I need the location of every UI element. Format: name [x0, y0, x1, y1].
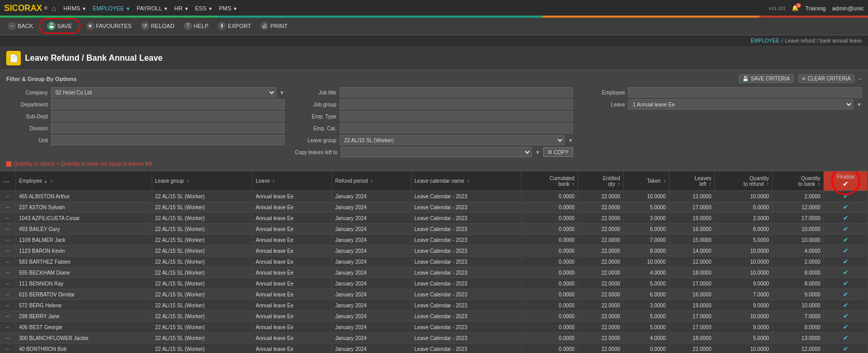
- table-row[interactable]: ··· 300 BLANCHFLOWER Jackie 22 AL/15 SL …: [0, 333, 868, 344]
- finalise-check-icon[interactable]: ✔: [843, 236, 848, 243]
- col-taken[interactable]: Taken T: [623, 171, 669, 191]
- row-dots[interactable]: ···: [0, 235, 16, 246]
- cell-finalise[interactable]: ✔: [824, 235, 868, 246]
- row-dots[interactable]: ···: [0, 311, 16, 322]
- table-row[interactable]: ··· 583 BARTHEZ Fabien 22 AL/15 SL (Work…: [0, 256, 868, 267]
- training-link[interactable]: Training: [805, 5, 825, 11]
- cell-cumbank[interactable]: 0.0000: [521, 191, 578, 202]
- cell-taken[interactable]: 5.0000: [623, 278, 669, 289]
- finalise-check-icon[interactable]: ✔: [843, 334, 848, 342]
- nav-employee[interactable]: EMPLOYEE ▼: [92, 5, 130, 11]
- cell-qty-bank[interactable]: 12.0000: [772, 344, 824, 354]
- cell-cumbank[interactable]: 0.0000: [521, 333, 578, 344]
- cell-finalise[interactable]: ✔: [824, 191, 868, 202]
- table-row[interactable]: ··· 299 BERRY Jane 22 AL/15 SL (Worker) …: [0, 311, 868, 322]
- cell-qty-refund[interactable]: 2.0000: [715, 213, 772, 224]
- nav-pms[interactable]: PMS ▼: [219, 5, 237, 11]
- finalise-check-icon[interactable]: ✔: [843, 269, 848, 276]
- cell-cumbank[interactable]: 0.0000: [521, 300, 578, 311]
- col-refund-period[interactable]: Refund period T: [332, 171, 411, 191]
- notification-bell[interactable]: 🔔 3: [792, 5, 799, 11]
- empcat-input[interactable]: [340, 123, 573, 133]
- table-row[interactable]: ··· 1109 BALMER Jack 22 AL/15 SL (Worker…: [0, 235, 868, 246]
- cell-left[interactable]: 18.0000: [669, 267, 715, 278]
- cell-left[interactable]: 17.0000: [669, 202, 715, 213]
- row-dots[interactable]: ···: [0, 278, 16, 289]
- cell-finalise[interactable]: ✔: [824, 256, 868, 267]
- help-button[interactable]: ? HELP: [180, 20, 212, 32]
- cell-qty-refund[interactable]: 10.0000: [715, 344, 772, 354]
- cell-taken[interactable]: 10.0000: [623, 256, 669, 267]
- nav-hrms[interactable]: HRMS ▼: [63, 5, 86, 11]
- cell-qty-bank[interactable]: 9.0000: [772, 289, 824, 300]
- back-button[interactable]: ← BACK: [4, 20, 37, 32]
- finalise-check-icon[interactable]: ✔: [843, 291, 848, 298]
- col-leave[interactable]: Leave T: [252, 171, 332, 191]
- cell-qty-refund[interactable]: 5.0000: [715, 202, 772, 213]
- cell-entitled[interactable]: 22.0000: [578, 213, 624, 224]
- table-row[interactable]: ··· 615 BERBATOV Dimitar 22 AL/15 SL (Wo…: [0, 289, 868, 300]
- cell-cumbank[interactable]: 0.0000: [521, 344, 578, 354]
- cell-entitled[interactable]: 22.0000: [578, 191, 624, 202]
- finalise-check-icon[interactable]: ✔: [843, 225, 848, 233]
- table-row[interactable]: ··· 572 BERG Helene 22 AL/15 SL (Worker)…: [0, 300, 868, 311]
- cell-finalise[interactable]: ✔: [824, 333, 868, 344]
- cell-qty-bank[interactable]: 8.0000: [772, 322, 824, 333]
- nav-ess[interactable]: ESS ▼: [195, 5, 212, 11]
- cell-finalise[interactable]: ✔: [824, 224, 868, 235]
- favourites-button[interactable]: ★ FAVOURITES: [83, 20, 136, 32]
- print-button[interactable]: 🖨 PRINT: [257, 20, 291, 32]
- cell-finalise[interactable]: ✔: [824, 202, 868, 213]
- cell-left[interactable]: 14.0000: [669, 246, 715, 256]
- cell-entitled[interactable]: 22.0000: [578, 300, 624, 311]
- cell-qty-refund[interactable]: 10.0000: [715, 246, 772, 256]
- finalise-check-icon[interactable]: ✔: [843, 302, 848, 309]
- cell-cumbank[interactable]: 0.0000: [521, 213, 578, 224]
- cell-left[interactable]: 19.0000: [669, 300, 715, 311]
- cell-finalise[interactable]: ✔: [824, 311, 868, 322]
- cell-left[interactable]: 15.0000: [669, 235, 715, 246]
- row-dots[interactable]: ···: [0, 300, 16, 311]
- row-dots[interactable]: ···: [0, 322, 16, 333]
- row-dots[interactable]: ···: [0, 289, 16, 300]
- division-input[interactable]: [51, 123, 285, 133]
- finalise-check-icon[interactable]: ✔: [843, 323, 848, 331]
- cell-qty-refund[interactable]: 5.0000: [715, 235, 772, 246]
- row-dots[interactable]: ···: [0, 224, 16, 235]
- user-menu[interactable]: admin@unic: [832, 5, 864, 11]
- table-row[interactable]: ··· 1123 BARON Kevin 22 AL/15 SL (Worker…: [0, 246, 868, 256]
- cell-left[interactable]: 17.0000: [669, 278, 715, 289]
- nav-payroll[interactable]: PAYROLL ▼: [137, 5, 168, 11]
- copyleaves-select[interactable]: [341, 147, 532, 157]
- col-calendar[interactable]: Leave calendar name T: [411, 171, 521, 191]
- cell-entitled[interactable]: 22.0000: [578, 322, 624, 333]
- finalise-check-icon[interactable]: ✔: [843, 203, 848, 211]
- table-row[interactable]: ··· 555 BECKHAM Diane 22 AL/15 SL (Worke…: [0, 267, 868, 278]
- col-cumbank[interactable]: Cumulatedbank T: [521, 171, 578, 191]
- cell-qty-refund[interactable]: 10.0000: [715, 256, 772, 267]
- cell-entitled[interactable]: 22.0000: [578, 344, 624, 354]
- col-finalise[interactable]: Finalise ✔: [824, 171, 868, 191]
- cell-left[interactable]: 17.0000: [669, 322, 715, 333]
- cell-entitled[interactable]: 22.0000: [578, 224, 624, 235]
- finalise-check-icon[interactable]: ✔: [843, 193, 848, 200]
- col-dots[interactable]: ···: [0, 171, 16, 191]
- department-input[interactable]: [51, 99, 285, 110]
- row-dots[interactable]: ···: [0, 202, 16, 213]
- finalise-check-icon[interactable]: ✔: [843, 345, 848, 352]
- cell-qty-refund[interactable]: 10.0000: [715, 311, 772, 322]
- finalise-check-header[interactable]: ✔: [843, 180, 849, 188]
- cell-qty-refund[interactable]: 7.0000: [715, 289, 772, 300]
- cell-left[interactable]: 19.0000: [669, 213, 715, 224]
- cell-cumbank[interactable]: 0.0000: [521, 246, 578, 256]
- jobtitle-input[interactable]: [340, 87, 573, 98]
- cell-left[interactable]: 12.0000: [669, 191, 715, 202]
- table-row[interactable]: ··· 1043 AZPILICUETA Cesar 22 AL/15 SL (…: [0, 213, 868, 224]
- cell-cumbank[interactable]: 0.0000: [521, 289, 578, 300]
- cell-qty-refund[interactable]: 10.0000: [715, 267, 772, 278]
- cell-entitled[interactable]: 22.0000: [578, 202, 624, 213]
- cell-finalise[interactable]: ✔: [824, 267, 868, 278]
- cell-qty-bank[interactable]: 17.0000: [772, 213, 824, 224]
- copy-button[interactable]: ⧉ COPY: [543, 147, 573, 157]
- row-dots[interactable]: ···: [0, 344, 16, 354]
